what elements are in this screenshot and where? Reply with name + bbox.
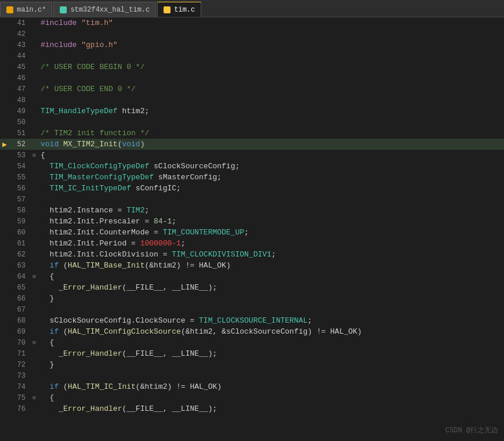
code-row-71: 71 _Error_Handler(__FILE__, __LINE__); [0, 348, 504, 359]
code-content-76: _Error_Handler(__FILE__, __LINE__); [38, 404, 504, 413]
line-num-61: 61 [9, 240, 30, 248]
code-row-45: 45/* USER CODE BEGIN 0 */ [0, 62, 504, 73]
code-content-62: htim2.Init.ClockDivision = TIM_CLOCKDIVI… [38, 250, 504, 259]
line-num-56: 56 [9, 185, 30, 193]
line-num-43: 43 [9, 41, 30, 49]
code-row-61: 61 htim2.Init.Period = 1000000-1; [0, 238, 504, 249]
line-num-55: 55 [9, 173, 30, 182]
code-row-67: 67​ [0, 304, 504, 315]
code-row-49: 49TIM_HandleTypeDef htim2; [0, 106, 504, 117]
code-editor-content: 41#include "tim.h"42​43#include "gpio.h"… [0, 17, 504, 441]
code-content-48: ​ [38, 96, 504, 104]
code-content-65: _Error_Handler(__FILE__, __LINE__); [38, 283, 504, 292]
code-content-53: { [38, 151, 504, 160]
tab-bar: main.c*stm32f4xx_hal_tim.ctim.c [0, 0, 504, 17]
line-num-48: 48 [9, 96, 30, 104]
tab-label-stm32_hal_tim: stm32f4xx_hal_tim.c [70, 6, 150, 14]
tab-label-main_c: main.c* [17, 6, 46, 14]
line-num-67: 67 [9, 306, 30, 314]
code-row-73: 73​ [0, 370, 504, 381]
code-content-47: /* USER CODE END 0 */ [38, 85, 504, 93]
debug-arrow-52: ▶ [0, 140, 9, 149]
line-num-75: 75 [9, 394, 30, 402]
code-content-60: htim2.Init.CounterMode = TIM_COUNTERMODE… [38, 228, 504, 237]
fold-53[interactable]: ⊟ [30, 152, 38, 158]
code-content-46: ​ [38, 74, 504, 82]
code-content-45: /* USER CODE BEGIN 0 */ [38, 63, 504, 71]
code-content-67: ​ [38, 305, 504, 314]
code-content-54: TIM_ClockConfigTypeDef sClockSourceConfi… [38, 162, 504, 171]
code-row-57: 57​ [0, 194, 504, 205]
code-content-51: /* TIM2 init function */ [38, 129, 504, 138]
code-row-74: 74 if (HAL_TIM_IC_Init(&htim2) != HAL_OK… [0, 381, 504, 392]
line-num-71: 71 [9, 350, 30, 358]
code-content-43: #include "gpio.h" [38, 41, 504, 49]
line-num-64: 64 [9, 273, 30, 281]
line-num-59: 59 [9, 218, 30, 226]
code-row-41: 41#include "tim.h" [0, 17, 504, 28]
code-row-43: 43#include "gpio.h" [0, 39, 504, 50]
code-content-41: #include "tim.h" [38, 19, 504, 27]
tab-label-tim_c: tim.c [174, 6, 195, 14]
line-num-66: 66 [9, 295, 30, 303]
line-num-73: 73 [9, 372, 30, 380]
code-content-42: ​ [38, 30, 504, 38]
code-row-63: 63 if (HAL_TIM_Base_Init(&htim2) != HAL_… [0, 260, 504, 271]
code-row-75: 75⊟ { [0, 392, 504, 403]
line-num-52: 52 [9, 140, 30, 149]
line-num-58: 58 [9, 207, 30, 215]
code-content-73: ​ [38, 371, 504, 380]
line-num-74: 74 [9, 383, 30, 391]
code-content-44: ​ [38, 52, 504, 60]
code-content-68: sClockSourceConfig.ClockSource = TIM_CLO… [38, 316, 504, 325]
code-row-47: 47/* USER CODE END 0 */ [0, 84, 504, 95]
code-content-72: } [38, 360, 504, 369]
code-content-71: _Error_Handler(__FILE__, __LINE__); [38, 349, 504, 358]
line-num-54: 54 [9, 162, 30, 171]
line-num-69: 69 [9, 328, 30, 336]
line-num-68: 68 [9, 317, 30, 325]
code-row-52: ▶52void MX_TIM2_Init(void) [0, 139, 504, 150]
line-num-60: 60 [9, 229, 30, 237]
code-row-68: 68 sClockSourceConfig.ClockSource = TIM_… [0, 315, 504, 326]
code-row-50: 50​ [0, 117, 504, 128]
tab-main_c[interactable]: main.c* [0, 2, 52, 17]
code-row-76: 76 _Error_Handler(__FILE__, __LINE__); [0, 403, 504, 414]
line-num-53: 53 [9, 151, 30, 160]
tab-stm32_hal_tim[interactable]: stm32f4xx_hal_tim.c [53, 2, 156, 17]
line-num-76: 76 [9, 405, 30, 413]
tab-icon-stm32_hal_tim [60, 6, 67, 13]
tab-tim_c[interactable]: tim.c [157, 2, 201, 17]
code-content-63: if (HAL_TIM_Base_Init(&htim2) != HAL_OK) [38, 261, 504, 270]
line-num-72: 72 [9, 361, 30, 369]
code-content-66: } [38, 294, 504, 303]
code-row-44: 44​ [0, 50, 504, 62]
code-row-54: 54 TIM_ClockConfigTypeDef sClockSourceCo… [0, 161, 504, 172]
code-row-59: 59 htim2.Init.Prescaler = 84-1; [0, 216, 504, 227]
line-num-49: 49 [9, 107, 30, 115]
code-content-57: ​ [38, 195, 504, 204]
code-content-55: TIM_MasterConfigTypeDef sMasterConfig; [38, 173, 504, 182]
code-content-69: if (HAL_TIM_ConfigClockSource(&htim2, &s… [38, 327, 504, 336]
tab-icon-tim_c [164, 6, 171, 13]
line-num-46: 46 [9, 74, 30, 82]
code-row-53: 53⊟{ [0, 150, 504, 161]
line-num-44: 44 [9, 52, 30, 60]
code-row-55: 55 TIM_MasterConfigTypeDef sMasterConfig… [0, 172, 504, 183]
code-row-51: 51/* TIM2 init function */ [0, 128, 504, 139]
code-content-50: ​ [38, 118, 504, 126]
code-content-70: { [38, 338, 504, 347]
tab-icon-main_c [6, 6, 13, 13]
code-row-56: 56 TIM_IC_InitTypeDef sConfigIC; [0, 183, 504, 194]
fold-75[interactable]: ⊟ [30, 395, 38, 401]
code-row-60: 60 htim2.Init.CounterMode = TIM_COUNTERM… [0, 227, 504, 238]
line-num-51: 51 [9, 129, 30, 138]
fold-64[interactable]: ⊟ [30, 273, 38, 280]
line-num-70: 70 [9, 339, 30, 347]
line-num-50: 50 [9, 118, 30, 126]
line-num-65: 65 [9, 284, 30, 292]
code-content-75: { [38, 393, 504, 402]
fold-70[interactable]: ⊟ [30, 339, 38, 346]
code-row-42: 42​ [0, 28, 504, 39]
code-row-69: 69 if (HAL_TIM_ConfigClockSource(&htim2,… [0, 326, 504, 337]
